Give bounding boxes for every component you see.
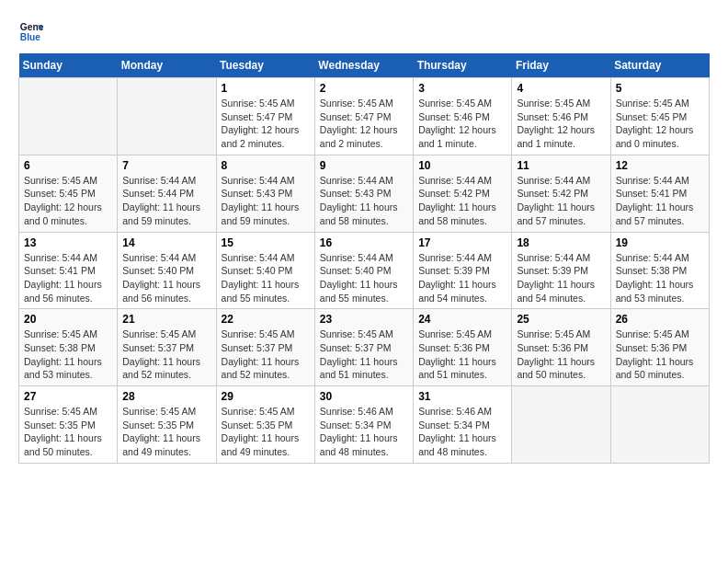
day-number: 10 [418,159,506,172]
calendar-cell: 28Sunrise: 5:45 AM Sunset: 5:35 PM Dayli… [118,386,216,464]
day-info: Sunrise: 5:45 AM Sunset: 5:35 PM Dayligh… [24,405,112,459]
day-number: 18 [517,236,605,249]
calendar-cell: 10Sunrise: 5:44 AM Sunset: 5:42 PM Dayli… [414,155,512,232]
calendar-cell: 11Sunrise: 5:44 AM Sunset: 5:42 PM Dayli… [512,155,610,232]
calendar-cell: 3Sunrise: 5:45 AM Sunset: 5:46 PM Daylig… [414,78,512,155]
calendar-cell: 23Sunrise: 5:45 AM Sunset: 5:37 PM Dayli… [314,309,413,386]
calendar-cell: 16Sunrise: 5:44 AM Sunset: 5:40 PM Dayli… [314,232,413,309]
day-number: 12 [616,159,704,172]
svg-text:Blue: Blue [20,32,41,42]
day-info: Sunrise: 5:44 AM Sunset: 5:40 PM Dayligh… [320,251,408,305]
column-header-thursday: Thursday [414,53,512,78]
day-info: Sunrise: 5:45 AM Sunset: 5:36 PM Dayligh… [616,327,704,382]
calendar-cell: 19Sunrise: 5:44 AM Sunset: 5:38 PM Dayli… [610,232,709,309]
calendar-cell: 8Sunrise: 5:44 AM Sunset: 5:43 PM Daylig… [216,155,314,232]
day-number: 31 [418,390,506,403]
day-info: Sunrise: 5:45 AM Sunset: 5:36 PM Dayligh… [418,327,506,382]
day-number: 9 [320,159,408,172]
day-info: Sunrise: 5:45 AM Sunset: 5:37 PM Dayligh… [122,327,210,382]
logo: General Blue [18,18,48,44]
day-info: Sunrise: 5:44 AM Sunset: 5:40 PM Dayligh… [222,251,310,305]
day-number: 25 [517,313,605,326]
day-info: Sunrise: 5:45 AM Sunset: 5:47 PM Dayligh… [320,97,408,151]
calendar-header-row: SundayMondayTuesdayWednesdayThursdayFrid… [19,53,710,78]
calendar-cell: 14Sunrise: 5:44 AM Sunset: 5:40 PM Dayli… [118,232,216,309]
day-info: Sunrise: 5:45 AM Sunset: 5:45 PM Dayligh… [616,97,704,151]
day-number: 8 [222,159,310,172]
calendar-cell: 27Sunrise: 5:45 AM Sunset: 5:35 PM Dayli… [19,386,118,464]
calendar-cell: 9Sunrise: 5:44 AM Sunset: 5:43 PM Daylig… [314,155,413,232]
calendar-week-1: 1Sunrise: 5:45 AM Sunset: 5:47 PM Daylig… [19,78,710,155]
calendar-cell: 4Sunrise: 5:45 AM Sunset: 5:46 PM Daylig… [512,78,610,155]
day-number: 19 [616,236,704,249]
calendar-body: 1Sunrise: 5:45 AM Sunset: 5:47 PM Daylig… [19,78,710,464]
day-number: 5 [616,82,704,95]
day-number: 14 [122,236,210,249]
day-number: 22 [222,313,310,326]
day-number: 27 [24,390,112,403]
calendar-cell: 6Sunrise: 5:45 AM Sunset: 5:45 PM Daylig… [19,155,118,232]
day-number: 6 [24,159,112,172]
calendar-cell [118,78,216,155]
day-info: Sunrise: 5:45 AM Sunset: 5:37 PM Dayligh… [320,327,408,382]
calendar-cell: 15Sunrise: 5:44 AM Sunset: 5:40 PM Dayli… [216,232,314,309]
day-info: Sunrise: 5:44 AM Sunset: 5:40 PM Dayligh… [122,251,210,305]
calendar-cell [512,386,610,464]
column-header-friday: Friday [512,53,610,78]
day-info: Sunrise: 5:44 AM Sunset: 5:42 PM Dayligh… [517,174,605,228]
day-info: Sunrise: 5:45 AM Sunset: 5:35 PM Dayligh… [122,405,210,459]
calendar-cell [19,78,118,155]
calendar-cell: 21Sunrise: 5:45 AM Sunset: 5:37 PM Dayli… [118,309,216,386]
day-number: 23 [320,313,408,326]
day-info: Sunrise: 5:44 AM Sunset: 5:43 PM Dayligh… [320,174,408,228]
calendar-cell: 31Sunrise: 5:46 AM Sunset: 5:34 PM Dayli… [414,386,512,464]
day-info: Sunrise: 5:45 AM Sunset: 5:46 PM Dayligh… [517,97,605,151]
calendar-table: SundayMondayTuesdayWednesdayThursdayFrid… [18,53,710,464]
calendar-cell: 24Sunrise: 5:45 AM Sunset: 5:36 PM Dayli… [414,309,512,386]
calendar-cell: 1Sunrise: 5:45 AM Sunset: 5:47 PM Daylig… [216,78,314,155]
day-number: 28 [122,390,210,403]
day-info: Sunrise: 5:45 AM Sunset: 5:37 PM Dayligh… [222,327,310,382]
day-number: 24 [418,313,506,326]
day-info: Sunrise: 5:45 AM Sunset: 5:47 PM Dayligh… [222,97,310,151]
column-header-wednesday: Wednesday [314,53,413,78]
day-info: Sunrise: 5:44 AM Sunset: 5:41 PM Dayligh… [24,251,112,305]
day-number: 13 [24,236,112,249]
day-info: Sunrise: 5:44 AM Sunset: 5:42 PM Dayligh… [418,174,506,228]
day-info: Sunrise: 5:44 AM Sunset: 5:38 PM Dayligh… [616,251,704,305]
day-number: 17 [418,236,506,249]
calendar-cell: 26Sunrise: 5:45 AM Sunset: 5:36 PM Dayli… [610,309,709,386]
day-number: 1 [222,82,310,95]
calendar-week-2: 6Sunrise: 5:45 AM Sunset: 5:45 PM Daylig… [19,155,710,232]
day-info: Sunrise: 5:44 AM Sunset: 5:41 PM Dayligh… [616,174,704,228]
day-number: 16 [320,236,408,249]
day-number: 21 [122,313,210,326]
day-number: 3 [418,82,506,95]
calendar-cell: 30Sunrise: 5:46 AM Sunset: 5:34 PM Dayli… [314,386,413,464]
calendar-cell [610,386,709,464]
calendar-cell: 18Sunrise: 5:44 AM Sunset: 5:39 PM Dayli… [512,232,610,309]
day-info: Sunrise: 5:45 AM Sunset: 5:35 PM Dayligh… [222,405,310,459]
calendar-cell: 13Sunrise: 5:44 AM Sunset: 5:41 PM Dayli… [19,232,118,309]
calendar-cell: 22Sunrise: 5:45 AM Sunset: 5:37 PM Dayli… [216,309,314,386]
day-number: 7 [122,159,210,172]
column-header-sunday: Sunday [19,53,118,78]
day-info: Sunrise: 5:45 AM Sunset: 5:46 PM Dayligh… [418,97,506,151]
day-info: Sunrise: 5:46 AM Sunset: 5:34 PM Dayligh… [418,405,506,459]
column-header-monday: Monday [118,53,216,78]
day-info: Sunrise: 5:44 AM Sunset: 5:39 PM Dayligh… [418,251,506,305]
calendar-week-5: 27Sunrise: 5:45 AM Sunset: 5:35 PM Dayli… [19,386,710,464]
calendar-cell: 7Sunrise: 5:44 AM Sunset: 5:44 PM Daylig… [118,155,216,232]
calendar-cell: 25Sunrise: 5:45 AM Sunset: 5:36 PM Dayli… [512,309,610,386]
column-header-saturday: Saturday [610,53,709,78]
calendar-cell: 12Sunrise: 5:44 AM Sunset: 5:41 PM Dayli… [610,155,709,232]
day-number: 4 [517,82,605,95]
day-info: Sunrise: 5:46 AM Sunset: 5:34 PM Dayligh… [320,405,408,459]
day-number: 26 [616,313,704,326]
logo-icon: General Blue [18,18,44,44]
page-header: General Blue [18,18,710,44]
day-number: 30 [320,390,408,403]
day-info: Sunrise: 5:44 AM Sunset: 5:44 PM Dayligh… [122,174,210,228]
day-info: Sunrise: 5:45 AM Sunset: 5:36 PM Dayligh… [517,327,605,382]
column-header-tuesday: Tuesday [216,53,314,78]
